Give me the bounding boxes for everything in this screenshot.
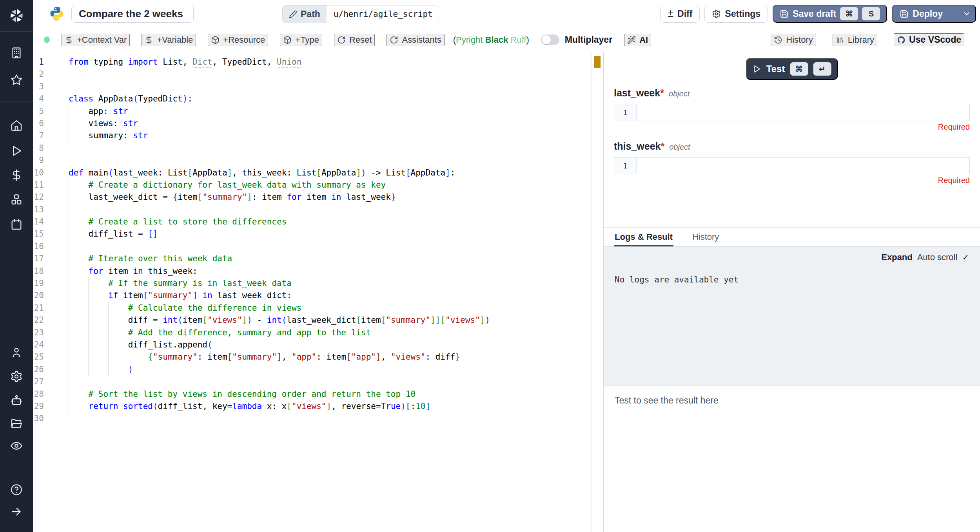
code-line[interactable]: 6 views: str bbox=[33, 118, 591, 130]
argument-json-input[interactable]: 1 bbox=[614, 104, 970, 121]
code-line[interactable]: 9 bbox=[33, 154, 591, 166]
arguments-section: Test ⌘ ↵ last_week* object 1 Required th… bbox=[604, 52, 980, 227]
input-line-number: 1 bbox=[614, 157, 637, 174]
code-line[interactable]: 12 last_week_dict = {item["summary"]: it… bbox=[33, 191, 591, 203]
argument-json-input[interactable]: 1 bbox=[614, 157, 970, 174]
line-number: 5 bbox=[33, 105, 44, 118]
sidebar-help-icon[interactable] bbox=[10, 483, 23, 496]
multiplayer-toggle[interactable] bbox=[541, 34, 559, 45]
sidebar-robot-icon[interactable] bbox=[10, 394, 23, 407]
code-line[interactable]: 4class AppData(TypedDict): bbox=[33, 93, 591, 105]
code-line[interactable]: 20 if item["summary"] in last_week_dict: bbox=[33, 290, 591, 302]
diff-button[interactable]: ± Diff bbox=[660, 5, 700, 23]
code-line[interactable]: 30 bbox=[33, 413, 591, 425]
code-line[interactable]: 3 bbox=[33, 81, 591, 93]
deploy-label: Deploy bbox=[913, 9, 943, 19]
code-line[interactable]: 8 bbox=[33, 142, 591, 154]
indent-guide bbox=[128, 351, 128, 363]
sidebar-arrow-right-icon[interactable] bbox=[10, 505, 23, 518]
sidebar-dollar-icon[interactable] bbox=[10, 169, 23, 181]
indent-guide bbox=[69, 364, 69, 376]
line-number: 10 bbox=[33, 167, 44, 179]
code-line[interactable]: 21 # Calculate the difference in views bbox=[33, 302, 591, 314]
indent-guide bbox=[108, 327, 109, 339]
path-label: Path bbox=[301, 9, 320, 20]
code-line[interactable]: 2 bbox=[33, 68, 591, 80]
plus-minus-icon: ± bbox=[668, 8, 673, 19]
indent-guide bbox=[88, 364, 89, 376]
sidebar-folder-icon[interactable] bbox=[10, 417, 23, 430]
script-path-value[interactable]: u/henri/agile_script bbox=[327, 5, 440, 23]
history-button[interactable]: History bbox=[771, 34, 816, 46]
use-vscode-button[interactable]: Use VScode bbox=[894, 33, 964, 46]
code-line[interactable]: 23 # Add the difference, summary and app… bbox=[33, 327, 591, 339]
tab-history[interactable]: History bbox=[691, 228, 720, 246]
code-line[interactable]: 29 return sorted(diff_list, key=lambda x… bbox=[33, 400, 591, 413]
indent-guide bbox=[69, 118, 69, 130]
sidebar-play-icon[interactable] bbox=[10, 145, 23, 157]
assistants-button[interactable]: Assistants bbox=[387, 34, 444, 46]
sidebar-star-icon[interactable] bbox=[10, 74, 23, 86]
input-content[interactable] bbox=[637, 104, 969, 121]
indent-guide bbox=[69, 228, 69, 240]
indent-guide bbox=[69, 376, 69, 388]
save-draft-button[interactable]: Save draft ⌘ S bbox=[773, 5, 887, 23]
test-button[interactable]: Test ⌘ ↵ bbox=[746, 58, 838, 80]
code-line[interactable]: 25 {"summary": item["summary"], "app": i… bbox=[33, 351, 591, 363]
edit-path-button[interactable]: Path bbox=[283, 5, 327, 23]
reset-button[interactable]: Reset bbox=[334, 34, 375, 46]
sidebar-person-icon[interactable] bbox=[10, 346, 23, 359]
code-line[interactable]: 7 summary: str bbox=[33, 130, 591, 142]
required-hint: Required bbox=[614, 176, 970, 188]
line-number: 21 bbox=[33, 302, 44, 314]
indent-guide bbox=[69, 290, 69, 302]
code-line[interactable]: 28 # Sort the list by views in descendin… bbox=[33, 388, 591, 400]
top-bar: Path u/henri/agile_script ± Diff Setting… bbox=[33, 0, 980, 28]
code-line[interactable]: 17 # Iterate over this_week data bbox=[33, 253, 591, 265]
sidebar-building-icon[interactable] bbox=[10, 47, 23, 59]
code-editor[interactable]: 1from typing import List, Dict, TypedDic… bbox=[33, 52, 604, 532]
indent-guide bbox=[108, 351, 109, 363]
sidebar-home-icon[interactable] bbox=[10, 119, 23, 132]
code-line[interactable]: 13 bbox=[33, 204, 591, 216]
line-number: 15 bbox=[33, 228, 44, 240]
library-button[interactable]: Library bbox=[833, 34, 877, 46]
settings-button[interactable]: Settings bbox=[704, 5, 768, 23]
sidebar-cubes-icon[interactable] bbox=[10, 194, 23, 206]
input-content[interactable] bbox=[637, 157, 969, 174]
run-panel: Test ⌘ ↵ last_week* object 1 Required th… bbox=[604, 52, 980, 532]
code-line[interactable]: 10def main(last_week: List[AppData], thi… bbox=[33, 167, 591, 179]
sidebar-eye-icon[interactable] bbox=[10, 440, 23, 452]
ai-button[interactable]: AI bbox=[624, 34, 651, 46]
code-line[interactable]: 11 # Create a dictionary for last_week d… bbox=[33, 179, 591, 191]
code-line[interactable]: 27 bbox=[33, 376, 591, 388]
windmill-logo[interactable] bbox=[0, 0, 33, 32]
code-line[interactable]: 24 diff_list.append( bbox=[33, 339, 591, 351]
sidebar-calendar-icon[interactable] bbox=[10, 218, 23, 231]
code-line[interactable]: 1from typing import List, Dict, TypedDic… bbox=[33, 56, 591, 68]
deploy-button[interactable]: Deploy bbox=[892, 5, 976, 23]
code-line[interactable]: 22 diff = int(item["views"]) - int(last_… bbox=[33, 314, 591, 326]
expand-button[interactable]: Expand bbox=[881, 252, 912, 262]
autoscroll-toggle[interactable]: Auto scroll bbox=[917, 252, 958, 262]
sidebar-gear-icon[interactable] bbox=[10, 370, 23, 383]
add-context-var-button[interactable]: +Context Var bbox=[62, 34, 130, 46]
indent-guide bbox=[69, 105, 69, 118]
line-number: 6 bbox=[33, 118, 44, 130]
indent-guide bbox=[69, 400, 69, 413]
code-line[interactable]: 18 for item in this_week: bbox=[33, 265, 591, 277]
code-line[interactable]: 15 diff_list = [] bbox=[33, 228, 591, 240]
add-type-button[interactable]: +Type bbox=[280, 34, 322, 46]
add-variable-button[interactable]: +Variable bbox=[142, 34, 196, 46]
overview-ruler[interactable] bbox=[591, 52, 603, 532]
code-line[interactable]: 26 ) bbox=[33, 364, 591, 376]
code-line[interactable]: 16 bbox=[33, 241, 591, 253]
code-line[interactable]: 5 app: str bbox=[33, 105, 591, 118]
code-line[interactable]: 14 # Create a list to store the differen… bbox=[33, 216, 591, 228]
deploy-options-chevron[interactable] bbox=[958, 5, 975, 22]
script-title-input[interactable] bbox=[71, 5, 194, 23]
add-resource-button[interactable]: +Resource bbox=[208, 34, 268, 46]
left-sidebar bbox=[0, 0, 33, 532]
code-line[interactable]: 19 # If the summary is in last_week data bbox=[33, 277, 591, 290]
tab-logs-result[interactable]: Logs & Result bbox=[614, 228, 673, 246]
